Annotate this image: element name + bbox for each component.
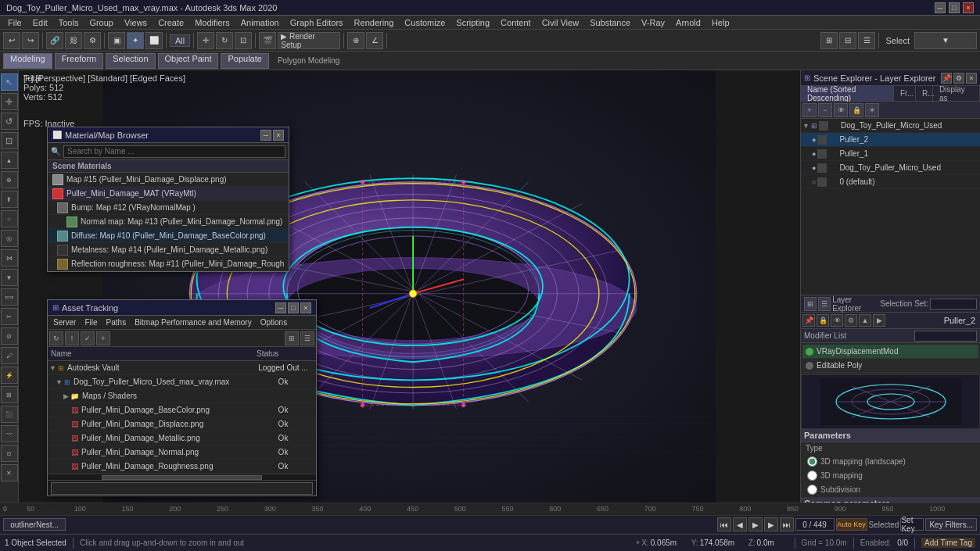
se-row-toy[interactable]: ● Dog_Toy_Puller_Micro_Used bbox=[801, 161, 980, 175]
se-btn-lock[interactable]: 🔒 bbox=[849, 103, 863, 117]
move-tool[interactable]: ✛ bbox=[1, 93, 18, 110]
tab-selection[interactable]: Selection bbox=[106, 53, 155, 69]
mat-item-3[interactable]: Normal map: Map #13 (Puller_Mini_Damage_… bbox=[48, 215, 289, 229]
modifier-list-dropdown[interactable] bbox=[914, 331, 977, 342]
menu-customize[interactable]: Customize bbox=[400, 17, 450, 28]
se-btn-hide[interactable]: 👁 bbox=[834, 103, 848, 117]
btn-goto-end[interactable]: ⏭ bbox=[780, 517, 794, 531]
rotate-btn[interactable]: ↻ bbox=[216, 32, 233, 49]
render-setup-btn[interactable]: 🎬 bbox=[259, 32, 276, 49]
asset-btn-found[interactable]: ✓ bbox=[81, 331, 95, 345]
menu-modifiers[interactable]: Modifiers bbox=[190, 17, 235, 28]
cap-tool[interactable]: ⬛ bbox=[1, 406, 18, 423]
se-btn-delete[interactable]: − bbox=[818, 103, 832, 117]
asset-path-input[interactable] bbox=[51, 482, 313, 495]
menu-views[interactable]: Views bbox=[120, 17, 152, 28]
rotate-tool[interactable]: ↺ bbox=[1, 113, 18, 130]
mat-item-1[interactable]: Puller_Mini_Damage_MAT (VRayMtl) bbox=[48, 187, 289, 201]
align-btn[interactable]: ⊟ bbox=[839, 32, 856, 49]
layer-btn[interactable]: ☰ bbox=[858, 32, 875, 49]
bind-btn[interactable]: ⚙ bbox=[84, 32, 101, 49]
add-time-tag[interactable]: Add Time Tag bbox=[921, 538, 975, 548]
cut-tool[interactable]: ✂ bbox=[1, 308, 18, 325]
panel-settings[interactable]: ⚙ bbox=[953, 73, 964, 84]
set-key-btn[interactable]: Set Key bbox=[900, 518, 924, 531]
btn-goto-start[interactable]: ⏮ bbox=[717, 517, 731, 531]
ring-tool[interactable]: ◎ bbox=[1, 230, 18, 247]
se-tab-fr[interactable]: Fr... bbox=[894, 86, 916, 101]
symmetry-tool[interactable]: ⊞ bbox=[1, 386, 18, 403]
mat-item-0[interactable]: Map #15 (Puller_Mini_Damage_Displace.png… bbox=[48, 173, 289, 187]
asset-row-roughness[interactable]: 🖼 Puller_Mini_Damage_Roughness.png Ok bbox=[48, 460, 316, 474]
se-btn-render[interactable]: ☀ bbox=[865, 103, 879, 117]
connect-tool[interactable]: ⊕ bbox=[1, 171, 18, 188]
loop-tool[interactable]: ○ bbox=[1, 210, 18, 227]
frame-counter[interactable]: 0 / 449 bbox=[795, 518, 835, 531]
asset-menu-bitmap[interactable]: Bitmap Performance and Memory bbox=[131, 317, 256, 327]
remove-tool[interactable]: ✕ bbox=[1, 464, 18, 481]
redo-btn[interactable]: ↪ bbox=[22, 32, 39, 49]
asset-btn-missing[interactable]: ! bbox=[65, 331, 79, 345]
asset-btn-new[interactable]: + bbox=[96, 331, 110, 345]
mat-item-6[interactable]: Reflection roughness: Map #11 (Puller_Mi… bbox=[48, 257, 289, 271]
select-all-btn[interactable]: ▣ bbox=[108, 32, 125, 49]
mod-btn-collapse[interactable]: ▲ bbox=[859, 314, 871, 327]
radio-subdivision[interactable]: Subdivision bbox=[801, 483, 980, 497]
se-tab-r[interactable]: R... bbox=[916, 86, 933, 101]
panel-close[interactable]: × bbox=[966, 73, 977, 84]
radio-landscape-input[interactable] bbox=[807, 456, 817, 467]
asset-restore[interactable]: □ bbox=[288, 302, 299, 313]
mod-btn-configure[interactable]: ⚙ bbox=[845, 314, 857, 327]
se-row-default[interactable]: ○ 0 (default) bbox=[801, 175, 980, 189]
se-row-puller1[interactable]: ● Puller_1 bbox=[801, 147, 980, 161]
asset-menu-server[interactable]: Server bbox=[49, 317, 80, 327]
minimize-button[interactable]: ─ bbox=[935, 2, 946, 13]
mat-item-5[interactable]: Metalness: Map #14 (Puller_Mini_Damage_M… bbox=[48, 243, 289, 257]
chamfer-tool[interactable]: ▲ bbox=[1, 152, 18, 169]
asset-menu-options[interactable]: Options bbox=[257, 317, 291, 327]
se-row-group[interactable]: ▼ ⊞ Dog_Toy_Puller_Micro_Used bbox=[801, 119, 980, 133]
asset-menu-file[interactable]: File bbox=[81, 317, 101, 327]
radio-subdiv-input[interactable] bbox=[807, 485, 817, 495]
scale-tool[interactable]: ⊡ bbox=[1, 132, 18, 149]
asset-btn-view-icons[interactable]: ⊞ bbox=[285, 331, 299, 345]
tab-freeform[interactable]: Freeform bbox=[55, 53, 104, 69]
outliner-button[interactable]: outlinerNest... bbox=[3, 518, 66, 531]
mat-minimize[interactable]: ─ bbox=[260, 130, 271, 141]
unlink-btn[interactable]: ⛓ bbox=[65, 32, 82, 49]
close-button[interactable]: × bbox=[963, 2, 974, 13]
snap-angle-btn[interactable]: ∠ bbox=[366, 32, 383, 49]
mod-btn-pin[interactable]: 📌 bbox=[802, 314, 815, 327]
menu-arnold[interactable]: Arnold bbox=[671, 17, 705, 28]
asset-row-displace[interactable]: 🖼 Puller_Mini_Damage_Displace.png Ok bbox=[48, 417, 316, 431]
asset-row-basecolor[interactable]: 🖼 Puller_Mini_Damage_BaseColor.png Ok bbox=[48, 403, 316, 417]
scale-btn[interactable]: ⊡ bbox=[235, 32, 252, 49]
weld-tool[interactable]: ⋈ bbox=[1, 249, 18, 267]
menu-vray[interactable]: V-Ray bbox=[637, 17, 669, 28]
select-dropdown[interactable]: ▼ bbox=[914, 32, 977, 49]
modifier-vray-disp[interactable]: VRayDisplacementMod bbox=[802, 345, 978, 359]
mat-item-4[interactable]: Diffuse: Map #10 (Puller_Mini_Damage_Bas… bbox=[48, 229, 289, 243]
target-weld-tool[interactable]: ⊙ bbox=[1, 445, 18, 462]
maximize-button[interactable]: □ bbox=[949, 2, 960, 13]
mod-btn-expand[interactable]: ▶ bbox=[873, 314, 885, 327]
asset-row-maps[interactable]: ▶ 📁 Maps / Shaders bbox=[48, 389, 316, 403]
key-filters-btn[interactable]: Key Filters... bbox=[925, 518, 977, 531]
se-footer-btn2[interactable]: ☰ bbox=[818, 297, 831, 311]
bridge-tool[interactable]: ⟺ bbox=[1, 288, 18, 306]
panel-pin[interactable]: 📌 bbox=[941, 73, 952, 84]
undo-btn[interactable]: ↩ bbox=[3, 32, 20, 49]
select-btn[interactable]: ✦ bbox=[127, 32, 144, 49]
se-tab-display[interactable]: Display as bbox=[933, 86, 980, 101]
asset-btn-refresh[interactable]: ↻ bbox=[49, 331, 63, 345]
free-form-tool[interactable]: 〰 bbox=[1, 425, 18, 442]
asset-row-maxfile[interactable]: ▼ ⊞ Dog_Toy_Puller_Micro_Used_max_vray.m… bbox=[48, 375, 316, 389]
menu-help[interactable]: Help bbox=[707, 17, 734, 28]
btn-prev-frame[interactable]: ◀ bbox=[733, 517, 747, 531]
render-btn[interactable]: ▶ Render Setup bbox=[278, 32, 340, 49]
asset-content[interactable]: ▼ ⊞ Autodesk Vault Logged Out ... ▼ ⊞ Do… bbox=[48, 361, 316, 474]
menu-graph-editors[interactable]: Graph Editors bbox=[285, 17, 348, 28]
menu-civil-view[interactable]: Civil View bbox=[537, 17, 583, 28]
btn-next-frame[interactable]: ▶ bbox=[764, 517, 778, 531]
menu-scripting[interactable]: Scripting bbox=[451, 17, 494, 28]
